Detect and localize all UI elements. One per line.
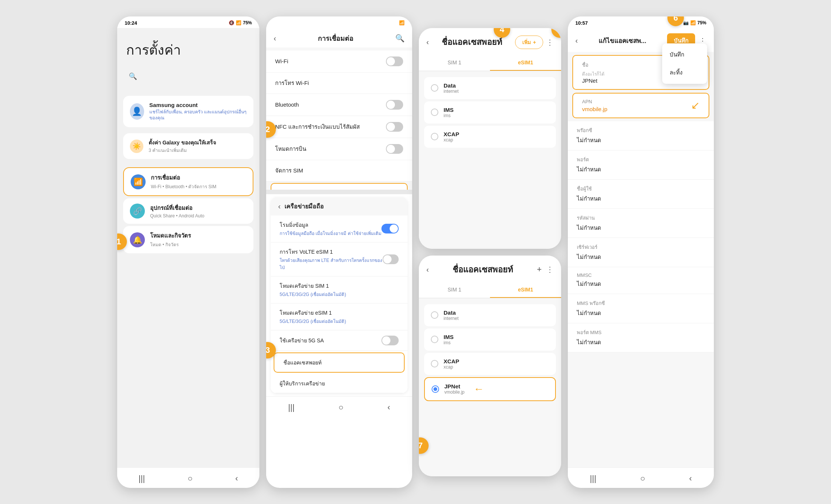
modes-text: โหมดและกิจวัตร โหมด • กิจวัตร bbox=[150, 231, 191, 248]
port-field: พอร์ต ไม่กำหนด bbox=[568, 150, 714, 180]
phone1-frame: 1 10:24 🔇 📶 75% การตั้งค่า 🔍 👤 Samsung a… bbox=[117, 16, 259, 488]
connected-devices-sub: Quick Share • Android Auto bbox=[150, 213, 204, 219]
connected-devices-item[interactable]: 🔗 อุปกรณ์ที่เชื่อมต่อ Quick Share • Andr… bbox=[123, 198, 253, 224]
xcap-apn-item-b[interactable]: XCAP xcap bbox=[424, 353, 556, 375]
network-provider-item[interactable]: ผู้ให้บริการเครือข่าย bbox=[271, 374, 408, 393]
server-field: เซิร์ฟเวอร์ ไม่กำหนด bbox=[568, 238, 714, 267]
mobile-network-subpanel: ‹ เครือข่ายมือถือ โรมมิ่งข้อมูล การใช้ข้… bbox=[271, 197, 408, 393]
back-arrow-edit[interactable]: ‹ bbox=[575, 36, 578, 45]
jpnet-apn-item[interactable]: JPNet vmobile.jp ← bbox=[424, 377, 556, 401]
data-apn-item[interactable]: Data internet bbox=[424, 77, 556, 99]
username-field: ชื่อผู้ใช้ ไม่กำหนด bbox=[568, 180, 714, 209]
apn-title-top: ชื่อแอคเซสพอยท์ bbox=[442, 36, 502, 49]
nav-back[interactable]: ‹ bbox=[228, 472, 246, 485]
tab-esim1-top[interactable]: eSIM1 bbox=[490, 55, 561, 71]
back-arrow-connections[interactable]: ‹ bbox=[274, 34, 276, 43]
search-btn-connections[interactable]: 🔍 bbox=[395, 34, 405, 43]
dropdown-save[interactable]: บันทึก bbox=[662, 46, 707, 64]
galaxy-sub: 3 คำแนะนำเพิ่มเติม bbox=[149, 147, 216, 154]
back-arrow-apn-top[interactable]: ‹ bbox=[426, 38, 429, 46]
nav-apps[interactable]: ||| bbox=[131, 472, 152, 485]
arrow-down-left-icon: ↙ bbox=[691, 99, 700, 112]
nav-home-2[interactable]: ○ bbox=[331, 401, 351, 414]
airplane-menu-item[interactable]: โหมดการบิน bbox=[266, 138, 412, 160]
wifi-toggle[interactable] bbox=[386, 56, 403, 66]
volte-item[interactable]: การโทร VoLTE eSIM 1 โทรด้วยเสียงคุณภาพ L… bbox=[271, 242, 408, 277]
tab-sim1-top[interactable]: SIM 1 bbox=[419, 55, 490, 71]
volte-toggle[interactable] bbox=[383, 254, 399, 264]
connections-menu: Wi-Fi การโทร Wi-Fi Bluetooth NFC และการช… bbox=[266, 48, 412, 190]
galaxy-text: ตั้งค่า Galaxy ของคุณให้เสร็จ 3 คำแนะนำเ… bbox=[149, 138, 216, 154]
more-dots-apn-top[interactable]: ⋮ bbox=[546, 38, 554, 47]
phone3top-frame: 4 5 ‹ ชื่อแอคเซสพอยท์ เพิ่ม + ⋮ SIM 1 eS… bbox=[419, 28, 561, 249]
bottom-nav-2: ||| ○ ‹ bbox=[266, 396, 412, 417]
data-apn-item-b[interactable]: Data internet bbox=[424, 304, 556, 326]
modes-item[interactable]: 🔔 โหมดและกิจวัตร โหมด • กิจวัตร bbox=[123, 226, 253, 253]
radio-data bbox=[431, 84, 438, 92]
wifi-menu-item[interactable]: Wi-Fi bbox=[266, 51, 412, 73]
nfc-menu-item[interactable]: NFC และการชำระเงินแบบไร้สัมผัส bbox=[266, 116, 412, 138]
back-arrow-apn-bottom[interactable]: ‹ bbox=[426, 265, 429, 274]
data-apn-text: Data internet bbox=[444, 82, 459, 94]
devices-icon: 🔗 bbox=[130, 204, 145, 219]
add-icon-bottom[interactable]: + bbox=[537, 265, 542, 274]
wifi-calling-menu-item[interactable]: การโทร Wi-Fi bbox=[266, 73, 412, 94]
nav-home-4[interactable]: ○ bbox=[633, 472, 652, 485]
galaxy-setup[interactable]: ☀️ ตั้งค่า Galaxy ของคุณให้เสร็จ 3 คำแนะ… bbox=[123, 133, 253, 159]
back-arrow-mobile[interactable]: ‹ bbox=[278, 202, 281, 211]
nav-home[interactable]: ○ bbox=[180, 472, 200, 485]
bluetooth-menu-item[interactable]: Bluetooth bbox=[266, 94, 412, 116]
ims-apn-item[interactable]: IMS ims bbox=[424, 101, 556, 123]
nav-back-4[interactable]: ‹ bbox=[682, 472, 699, 485]
5gsa-toggle[interactable] bbox=[381, 336, 399, 345]
bluetooth-toggle[interactable] bbox=[386, 100, 403, 110]
divider bbox=[266, 190, 412, 194]
search-icon[interactable]: 🔍 bbox=[126, 70, 140, 83]
nav-apps-2[interactable]: ||| bbox=[281, 401, 302, 414]
apn-item[interactable]: ชื่อแอคเซสพอยท์ bbox=[274, 352, 405, 373]
roaming-toggle[interactable] bbox=[381, 224, 399, 233]
network-mode-esim1-text: โหมดเครือข่าย eSIM 1 5G/LTE/3G/2G (เชื่อ… bbox=[280, 309, 346, 325]
status-icons-1: 🔇 📶 75% bbox=[229, 20, 252, 25]
apn-tabs-bottom: SIM 1 eSIM1 bbox=[419, 282, 561, 298]
nfc-toggle[interactable] bbox=[386, 122, 403, 132]
connectivity-label: การเชื่อมต่อ bbox=[151, 173, 216, 182]
radio-ims bbox=[431, 109, 438, 116]
apn-text: ชื่อแอคเซสพอยท์ bbox=[283, 358, 322, 367]
connections-title: การเชื่อมต่อ bbox=[318, 33, 353, 44]
connections-header: ‹ การเชื่อมต่อ 🔍 bbox=[266, 28, 412, 48]
bottom-nav-1: ||| ○ ‹ bbox=[117, 467, 259, 488]
network-mode-esim1-item[interactable]: โหมดเครือข่าย eSIM 1 5G/LTE/3G/2G (เชื่อ… bbox=[271, 303, 408, 330]
ims-apn-text-b: IMS ims bbox=[444, 334, 454, 345]
galaxy-icon: ☀️ bbox=[130, 140, 143, 153]
ims-apn-item-b[interactable]: IMS ims bbox=[424, 329, 556, 351]
page-title: การตั้งค่า bbox=[126, 39, 250, 61]
xcap-apn-item[interactable]: XCAP xcap bbox=[424, 126, 556, 148]
samsung-account-subtitle: แชร์ไฟล์กับเพื่อน, ครอบครัว และแมนต์อุปก… bbox=[149, 109, 247, 122]
airplane-toggle[interactable] bbox=[386, 144, 403, 154]
samsung-account-card[interactable]: 👤 Samsung account แชร์ไฟล์กับเพื่อน, ครอ… bbox=[123, 96, 253, 128]
tab-esim1-bottom[interactable]: eSIM1 bbox=[490, 282, 561, 298]
status-bar-2: 📶 bbox=[266, 16, 412, 28]
5gsa-item[interactable]: ใช้เครือข่าย 5G SA bbox=[271, 330, 408, 351]
more-dots-bottom[interactable]: ⋮ bbox=[546, 265, 554, 274]
nav-back-2[interactable]: ‹ bbox=[380, 401, 398, 414]
sim-manager-menu-item[interactable]: จัดการ SIM bbox=[266, 160, 412, 181]
data-roaming-item[interactable]: โรมมิ่งข้อมูล การใช้ข้อมูลมือถือ เมื่อโร… bbox=[271, 216, 408, 242]
add-apn-btn[interactable]: เพิ่ม + bbox=[515, 36, 543, 49]
dropdown-discard[interactable]: ละทิ้ง bbox=[662, 64, 707, 82]
tab-sim1-bottom[interactable]: SIM 1 bbox=[419, 282, 490, 298]
connected-devices-label: อุปกรณ์ที่เชื่อมต่อ bbox=[150, 204, 204, 213]
apn-header-top: ‹ ชื่อแอคเซสพอยท์ เพิ่ม + ⋮ bbox=[419, 28, 561, 55]
mmsc-field: MMSC ไม่กำหนด bbox=[568, 267, 714, 294]
volte-text: การโทร VoLTE eSIM 1 โทรด้วยเสียงคุณภาพ L… bbox=[280, 248, 383, 271]
network-mode-sim1-item[interactable]: โหมดเครือข่าย SIM 1 5G/LTE/3G/2G (เชื่อม… bbox=[271, 277, 408, 303]
nav-apps-4[interactable]: ||| bbox=[582, 472, 604, 485]
apn-list-bottom: Data internet IMS ims XCAP xcap bbox=[419, 298, 561, 476]
mobile-network-menu-item[interactable]: เครือข่ายมือถือ bbox=[271, 183, 408, 190]
apn-field: APN vmobile.jp ↙ bbox=[572, 93, 709, 118]
5gsa-text: ใช้เครือข่าย 5G SA bbox=[280, 336, 324, 345]
connectivity-item[interactable]: 📶 การเชื่อมต่อ Wi-Fi • Bluetooth • ตัวจั… bbox=[123, 167, 253, 196]
phone2-frame: 2 3 📶 ‹ การเชื่อมต่อ 🔍 Wi-Fi การโทร Wi-F… bbox=[266, 16, 412, 488]
edit-apn-content: ชื่อ ดึงอะไรก็ได้ JPNet APN vmobile.jp ↙… bbox=[568, 52, 714, 467]
